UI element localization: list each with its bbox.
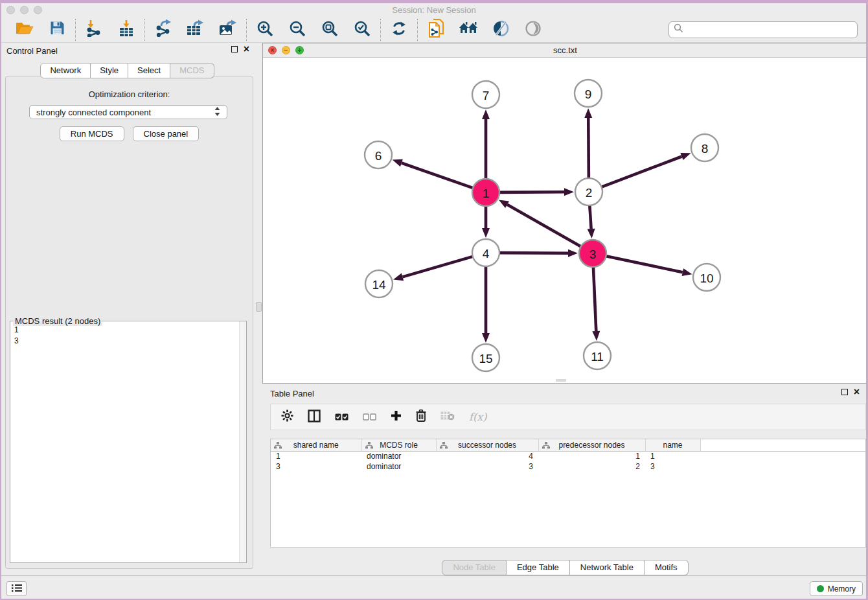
add-column-button[interactable] (391, 410, 402, 424)
column-header-shared-name[interactable]: shared name (271, 439, 361, 451)
control-panel: Control Panel × Network Style Select MCD… (0, 43, 255, 575)
graph-edge-3-1[interactable] (507, 205, 581, 247)
table-cell[interactable]: 3 (645, 461, 700, 472)
zoom-in-button[interactable] (255, 20, 275, 40)
trash-icon (416, 410, 426, 424)
delete-table-button[interactable] (440, 410, 455, 424)
graph-node-label: 8 (702, 142, 709, 156)
float-panel-icon[interactable] (841, 389, 848, 395)
graph-node-label: 4 (483, 247, 490, 260)
graph-edge-2-9[interactable] (588, 118, 589, 178)
table-cell[interactable]: dominator (361, 461, 436, 472)
zoom-out-button[interactable] (288, 20, 307, 40)
tab-style[interactable]: Style (91, 63, 128, 78)
criterion-dropdown[interactable]: strongly connected component (29, 105, 227, 119)
table-cell[interactable]: 3 (271, 461, 361, 472)
toggle-visibility-button[interactable] (523, 20, 543, 40)
column-header-name[interactable]: name (645, 439, 700, 451)
table-row[interactable]: 1dominator411 (271, 451, 865, 461)
refresh-layout-button[interactable] (389, 20, 409, 40)
export-image-button[interactable] (218, 20, 238, 40)
open-network-window-button[interactable] (426, 20, 446, 40)
graph-edge-2-8[interactable] (602, 156, 682, 187)
mcds-result-box: MCDS result (2 nodes) 13 (10, 321, 247, 563)
maximize-view-button[interactable]: + (295, 46, 304, 54)
mcds-result-text[interactable]: 13 (11, 322, 238, 562)
table-cell[interactable]: dominator (361, 451, 436, 461)
tab-motifs[interactable]: Motifs (645, 560, 689, 575)
column-header-MCDS-role[interactable]: MCDS role (361, 439, 436, 451)
graph-edge-3-10[interactable] (606, 256, 683, 272)
result-scrollbar[interactable] (239, 321, 246, 562)
table-row[interactable]: 3dominator323 (271, 461, 865, 472)
graph-edge-4-3[interactable] (499, 253, 568, 253)
tab-select[interactable]: Select (128, 63, 170, 78)
application-window: Session: New Session (0, 0, 868, 600)
import-table-icon (119, 19, 134, 40)
deselect-all-columns-button[interactable] (363, 410, 376, 424)
hierarchy-icon (440, 442, 448, 451)
zoom-out-icon (289, 20, 306, 40)
network-document-icon (428, 19, 444, 41)
export-table-button[interactable] (186, 20, 205, 40)
graph-node-label: 9 (585, 87, 592, 101)
close-panel-icon[interactable]: × (244, 46, 249, 52)
select-all-columns-button[interactable] (335, 410, 348, 424)
zoom-selected-button[interactable] (352, 20, 372, 40)
tab-edge-table[interactable]: Edge Table (507, 560, 570, 575)
close-panel-button[interactable]: Close panel (133, 126, 200, 141)
toggle-style-button[interactable] (491, 20, 510, 40)
memory-status-icon (817, 585, 824, 592)
zoom-window-button[interactable] (34, 6, 42, 14)
tab-network[interactable]: Network (40, 63, 91, 78)
save-session-button[interactable] (47, 20, 67, 40)
network-window-titlebar[interactable]: × − + scc.txt (263, 43, 867, 58)
task-history-button[interactable] (6, 581, 27, 596)
import-network-button[interactable] (84, 20, 104, 40)
export-network-button[interactable] (154, 20, 173, 40)
split-view-button[interactable] (308, 410, 321, 424)
panel-splitter-handle[interactable] (256, 302, 262, 312)
gear-icon (281, 410, 293, 424)
graph-edge-2-3[interactable] (589, 205, 591, 229)
column-header-successor-nodes[interactable]: successor nodes (436, 439, 538, 451)
graph-node-label: 3 (589, 248, 597, 261)
delete-column-button[interactable] (416, 410, 426, 424)
close-view-button[interactable]: × (268, 46, 277, 54)
function-builder-button[interactable]: f(x) (469, 410, 486, 424)
search-input[interactable] (687, 25, 852, 34)
minimize-window-button[interactable] (20, 6, 29, 14)
table-settings-button[interactable] (281, 410, 293, 424)
close-window-button[interactable] (6, 6, 15, 14)
tab-node-table[interactable]: Node Table (442, 560, 507, 575)
import-table-button[interactable] (117, 20, 136, 40)
close-panel-icon[interactable]: × (854, 389, 860, 395)
show-networks-home-button[interactable] (459, 20, 478, 40)
column-header-predecessor-nodes[interactable]: predecessor nodes (538, 439, 645, 451)
graph-edge-4-14[interactable] (402, 257, 472, 277)
search-field[interactable] (668, 21, 858, 38)
memory-button[interactable]: Memory (810, 581, 863, 596)
float-panel-icon[interactable] (231, 46, 238, 52)
tab-mcds[interactable]: MCDS (170, 63, 214, 78)
canvas-scrollbar-nub[interactable] (556, 379, 566, 382)
graph-edge-1-2[interactable] (499, 192, 564, 192)
run-mcds-button[interactable]: Run MCDS (60, 126, 124, 141)
table-cell[interactable]: 3 (436, 461, 538, 472)
tab-network-table[interactable]: Network Table (570, 560, 645, 575)
zoom-fit-icon (321, 20, 338, 40)
table-cell[interactable]: 4 (436, 451, 538, 461)
minimize-view-button[interactable]: − (282, 46, 290, 54)
edge-arrowhead (680, 153, 691, 160)
table-cell[interactable]: 1 (271, 451, 361, 461)
table-cell[interactable]: 1 (645, 451, 700, 461)
graph-edge-1-6[interactable] (402, 163, 473, 189)
network-graph[interactable]: 7968124314101511 (263, 58, 867, 383)
add-column-icon (391, 410, 402, 424)
open-session-button[interactable] (15, 20, 34, 40)
table-cell[interactable]: 1 (538, 451, 645, 461)
table-cell[interactable]: 2 (538, 461, 645, 472)
hierarchy-icon (365, 442, 373, 451)
zoom-fit-button[interactable] (320, 20, 339, 40)
graph-edge-3-11[interactable] (593, 267, 596, 331)
